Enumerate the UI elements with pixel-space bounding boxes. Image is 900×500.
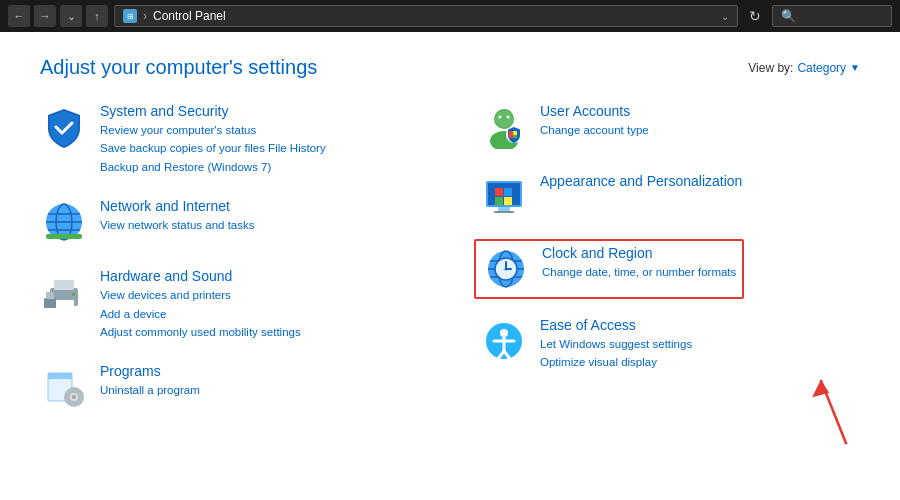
clock-region-title[interactable]: Clock and Region	[542, 245, 736, 261]
svg-rect-9	[72, 293, 75, 296]
appearance-text: Appearance and Personalization	[540, 173, 860, 191]
viewby-arrow-icon[interactable]: ▼	[850, 62, 860, 73]
appearance-item: Appearance and Personalization	[480, 173, 860, 221]
appearance-title[interactable]: Appearance and Personalization	[540, 173, 860, 189]
svg-rect-24	[513, 131, 517, 135]
hardware-sound-icon	[40, 268, 88, 316]
hardware-sound-link-3[interactable]: Adjust commonly used mobility settings	[100, 323, 420, 341]
hardware-sound-title[interactable]: Hardware and Sound	[100, 268, 420, 284]
system-security-link-3[interactable]: Backup and Restore (Windows 7)	[100, 158, 420, 176]
system-security-link-2[interactable]: Save backup copies of your files File Hi…	[100, 139, 420, 157]
network-internet-link-1[interactable]: View network status and tasks	[100, 216, 420, 234]
svg-rect-8	[54, 300, 74, 308]
user-accounts-title[interactable]: User Accounts	[540, 103, 860, 119]
viewby-label: View by:	[748, 61, 793, 75]
recent-button[interactable]: ⌄	[60, 5, 82, 27]
address-dropdown[interactable]: ⌄	[721, 11, 729, 22]
system-security-link-1[interactable]: Review your computer's status	[100, 121, 420, 139]
user-accounts-icon	[480, 103, 528, 151]
user-accounts-link-1[interactable]: Change account type	[540, 121, 860, 139]
system-security-title[interactable]: System and Security	[100, 103, 420, 119]
settings-grid: System and Security Review your computer…	[40, 103, 860, 433]
titlebar: ← → ⌄ ↑ ⊞ › Control Panel ⌄ ↻ 🔍	[0, 0, 900, 32]
svg-point-20	[499, 116, 502, 119]
svg-rect-32	[498, 207, 510, 211]
svg-rect-25	[513, 135, 517, 138]
clock-region-icon	[482, 245, 530, 293]
ease-access-item: Ease of Access Let Windows suggest setti…	[480, 317, 860, 372]
system-security-text: System and Security Review your computer…	[100, 103, 420, 176]
network-internet-text: Network and Internet View network status…	[100, 198, 420, 234]
hardware-sound-item: Hardware and Sound View devices and prin…	[40, 268, 420, 341]
network-internet-title[interactable]: Network and Internet	[100, 198, 420, 214]
content-panel: Adjust your computer's settings View by:…	[0, 32, 900, 457]
network-internet-icon	[40, 198, 88, 246]
clock-region-highlight: Clock and Region Change date, time, or n…	[474, 239, 744, 299]
viewby-control: View by: Category ▼	[748, 61, 860, 75]
svg-rect-28	[495, 188, 503, 196]
page-header: Adjust your computer's settings View by:…	[40, 56, 860, 79]
address-icon: ⊞	[123, 9, 137, 23]
address-separator: ›	[143, 9, 147, 23]
programs-title[interactable]: Programs	[100, 363, 420, 379]
address-text: Control Panel	[153, 9, 226, 23]
user-accounts-text: User Accounts Change account type	[540, 103, 860, 139]
hardware-sound-text: Hardware and Sound View devices and prin…	[100, 268, 420, 341]
hardware-sound-link-1[interactable]: View devices and printers	[100, 286, 420, 304]
ease-access-title[interactable]: Ease of Access	[540, 317, 860, 333]
svg-rect-29	[495, 197, 503, 205]
refresh-button[interactable]: ↻	[744, 5, 766, 27]
svg-rect-33	[494, 211, 514, 213]
ease-access-link-1[interactable]: Let Windows suggest settings	[540, 335, 860, 353]
ease-access-icon	[480, 317, 528, 365]
content-wrapper: Adjust your computer's settings View by:…	[0, 32, 900, 500]
page-title: Adjust your computer's settings	[40, 56, 317, 79]
search-bar[interactable]: 🔍	[772, 5, 892, 27]
programs-icon	[40, 363, 88, 411]
viewby-dropdown[interactable]: Category	[797, 61, 846, 75]
clock-region-item: Clock and Region Change date, time, or n…	[480, 243, 860, 295]
svg-rect-13	[48, 373, 72, 379]
left-column: System and Security Review your computer…	[40, 103, 420, 433]
programs-item: Programs Uninstall a program	[40, 363, 420, 411]
svg-point-42	[505, 268, 508, 271]
clock-region-link-1[interactable]: Change date, time, or number formats	[542, 263, 736, 281]
address-bar[interactable]: ⊞ › Control Panel ⌄	[114, 5, 738, 27]
nav-controls: ← → ⌄ ↑	[8, 5, 108, 27]
svg-point-16	[72, 395, 76, 399]
svg-point-19	[495, 110, 513, 128]
svg-rect-10	[44, 298, 56, 308]
svg-point-21	[507, 116, 510, 119]
up-button[interactable]: ↑	[86, 5, 108, 27]
ease-access-text: Ease of Access Let Windows suggest setti…	[540, 317, 860, 372]
main-area: Adjust your computer's settings View by:…	[0, 32, 900, 500]
system-security-icon	[40, 103, 88, 151]
programs-text: Programs Uninstall a program	[100, 363, 420, 399]
forward-button[interactable]: →	[34, 5, 56, 27]
svg-rect-30	[504, 188, 512, 196]
back-button[interactable]: ←	[8, 5, 30, 27]
system-security-item: System and Security Review your computer…	[40, 103, 420, 176]
svg-rect-5	[46, 234, 82, 239]
search-icon: 🔍	[781, 9, 796, 23]
network-internet-item: Network and Internet View network status…	[40, 198, 420, 246]
svg-rect-31	[504, 197, 512, 205]
appearance-icon	[480, 173, 528, 221]
svg-rect-11	[46, 292, 54, 299]
programs-link-1[interactable]: Uninstall a program	[100, 381, 420, 399]
svg-rect-23	[509, 131, 513, 138]
arrow-annotation	[795, 370, 855, 450]
svg-rect-7	[54, 280, 74, 290]
user-accounts-item: User Accounts Change account type	[480, 103, 860, 151]
clock-region-text: Clock and Region Change date, time, or n…	[542, 245, 736, 281]
hardware-sound-link-2[interactable]: Add a device	[100, 305, 420, 323]
